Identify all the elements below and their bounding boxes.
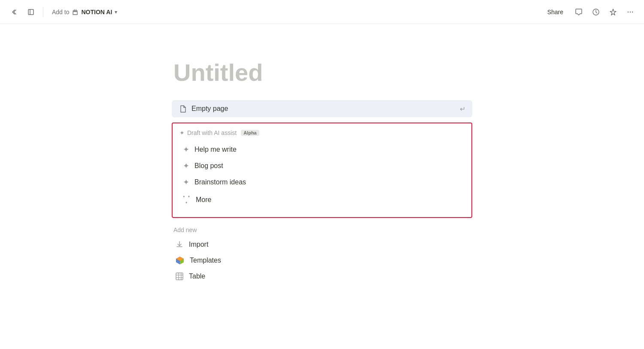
help-me-write-label: Help me write — [194, 146, 237, 153]
brainstorm-ideas-item[interactable]: ✦ Brainstorm ideas — [179, 174, 465, 190]
more-label: More — [196, 196, 211, 204]
back-button[interactable] — [7, 5, 21, 19]
add-new-label: Add new — [172, 227, 472, 233]
ai-spark-header-icon: ✦ — [179, 129, 185, 136]
templates-label: Templates — [190, 257, 221, 264]
page-inner: Untitled Empty page ↵ ✦ Draft with AI as… — [172, 58, 472, 284]
import-item[interactable]: Import — [172, 237, 472, 252]
help-me-write-item[interactable]: ✦ Help me write — [179, 141, 465, 158]
enter-icon: ↵ — [460, 105, 465, 113]
ai-section-header: ✦ Draft with AI assist Alpha — [179, 129, 465, 136]
comment-button[interactable] — [572, 5, 586, 19]
ai-section: ✦ Draft with AI assist Alpha ✦ Help me w… — [172, 122, 472, 218]
svg-point-3 — [628, 11, 629, 12]
import-icon — [175, 240, 184, 249]
import-label: Import — [189, 241, 208, 248]
history-button[interactable] — [589, 5, 603, 19]
blog-post-item[interactable]: ✦ Blog post — [179, 158, 465, 174]
add-new-section: Add new Import — [172, 227, 472, 284]
chevron-down-icon: ▾ — [115, 9, 117, 15]
navbar: Add to NOTION AI ▾ Share — [0, 0, 644, 24]
templates-icon — [175, 256, 185, 265]
more-actions-button[interactable] — [623, 5, 637, 19]
nav-divider — [43, 7, 43, 17]
templates-item[interactable]: Templates — [172, 252, 472, 269]
more-ai-item[interactable]: • • • More — [179, 190, 465, 209]
alpha-badge: Alpha — [241, 130, 259, 136]
spark-icon-brainstorm: ✦ — [183, 178, 189, 187]
spark-icon-help: ✦ — [183, 145, 189, 154]
svg-rect-6 — [176, 273, 183, 280]
brainstorm-ideas-label: Brainstorm ideas — [194, 178, 246, 186]
favorite-button[interactable] — [606, 5, 620, 19]
empty-page-icon — [179, 104, 187, 113]
notion-ai-label: NOTION AI — [81, 9, 112, 15]
svg-point-5 — [632, 11, 633, 12]
table-label: Table — [189, 272, 205, 280]
main-content: Untitled Empty page ↵ ✦ Draft with AI as… — [0, 24, 644, 284]
add-to-button[interactable]: Add to NOTION AI ▾ — [49, 7, 121, 17]
empty-page-left: Empty page — [179, 104, 228, 113]
empty-page-label: Empty page — [191, 105, 228, 113]
svg-point-4 — [630, 11, 631, 12]
more-dots-icon: • • • — [183, 194, 191, 206]
navbar-left: Add to NOTION AI ▾ — [7, 5, 121, 19]
table-icon — [175, 272, 184, 281]
share-button[interactable]: Share — [542, 7, 568, 17]
empty-page-row[interactable]: Empty page ↵ — [172, 100, 472, 117]
svg-rect-0 — [28, 9, 33, 15]
layout-button[interactable] — [24, 5, 38, 19]
add-to-label: Add to — [52, 9, 69, 15]
spark-icon-blog: ✦ — [183, 161, 189, 171]
page-title[interactable]: Untitled — [172, 58, 472, 86]
table-item[interactable]: Table — [172, 269, 472, 284]
navbar-right: Share — [542, 5, 637, 19]
ai-section-header-label: Draft with AI assist — [187, 129, 237, 136]
blog-post-label: Blog post — [194, 162, 223, 170]
